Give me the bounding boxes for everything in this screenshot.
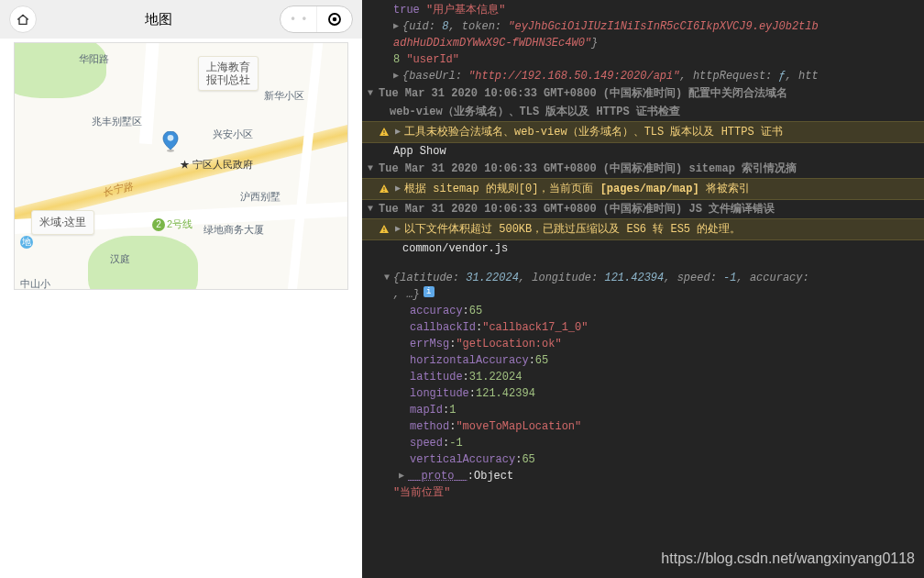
log-line: true "用户基本信息"	[362, 2, 924, 18]
svg-rect-4	[384, 130, 385, 133]
log-line: 8 "userId"	[362, 51, 924, 68]
svg-rect-6	[384, 187, 385, 190]
svg-rect-9	[384, 231, 385, 232]
poi-label-edu: 上海教育 报刊总社	[198, 56, 258, 91]
console-warning: ▶工具未校验合法域名、web-view（业务域名）、TLS 版本以及 HTTPS…	[362, 121, 924, 143]
poi-huayang: 华阳路	[79, 52, 109, 66]
log-line: App Show	[362, 143, 924, 160]
capsule-button: • •	[280, 6, 353, 33]
log-object-cont: , …}i	[362, 286, 924, 303]
warning-icon	[379, 224, 390, 235]
watermark: https://blog.csdn.net/wangxinyang0118	[661, 550, 915, 567]
poi-haixi: 沪西别墅	[240, 190, 280, 204]
console-warning: ▶ 根据 sitemap 的规则[0]，当前页面 [pages/map/map]…	[362, 178, 924, 200]
warning-icon	[379, 183, 390, 195]
console-group[interactable]: ▼Tue Mar 31 2020 10:06:33 GMT+0800 (中国标准…	[362, 200, 924, 218]
expand-icon[interactable]: ▶	[393, 68, 402, 84]
menu-button[interactable]: • •	[280, 6, 317, 32]
obj-prop: horizontalAccuracy: 65	[362, 352, 924, 369]
poi-zhaofeng: 兆丰别墅区	[92, 115, 142, 128]
expand-icon[interactable]: ▼	[384, 270, 393, 286]
poi-hanting: 汉庭	[110, 252, 130, 266]
console-group-cont: web-view（业务域名）、TLS 版本以及 HTTPS 证书检查	[362, 103, 924, 121]
obj-prop: callbackId: "callback17_1_0"	[362, 319, 924, 336]
svg-point-1	[333, 17, 337, 22]
console-panel[interactable]: true "用户基本信息" ▶ {uid: 8, token: "eyJhbGc…	[362, 0, 924, 578]
poi-metro-icon: 地	[20, 236, 35, 249]
obj-prop: latitude: 31.22024	[362, 369, 924, 385]
console-group[interactable]: ▼Tue Mar 31 2020 10:06:33 GMT+0800 (中国标准…	[362, 84, 924, 103]
obj-prop: accuracy: 65	[362, 303, 924, 319]
obj-prop: method: "moveToMapLocation"	[362, 418, 924, 435]
location-pin	[160, 131, 182, 153]
metro-label: 22号线	[152, 217, 192, 231]
home-icon	[16, 12, 30, 27]
target-icon	[326, 11, 343, 28]
info-icon[interactable]: i	[424, 286, 434, 297]
obj-prop: longitude: 121.42394	[362, 385, 924, 402]
poi-gov: ★ 宁区人民政府	[180, 158, 253, 172]
svg-rect-7	[384, 191, 385, 192]
poi-xingan: 兴安小区	[213, 128, 253, 141]
log-line: "当前位置"	[362, 484, 924, 501]
console-group[interactable]: ▼Tue Mar 31 2020 10:06:33 GMT+0800 (中国标准…	[362, 160, 924, 178]
svg-rect-5	[384, 134, 385, 135]
expand-icon[interactable]: ▶	[393, 18, 402, 35]
log-line: ▶ {uid: 8, token: "eyJhbGciOiJIUzI1NiIsI…	[362, 18, 924, 35]
svg-point-3	[168, 135, 174, 141]
log-line: ▶ {baseUrl: "http://192.168.50.149:2020/…	[362, 68, 924, 84]
home-button[interactable]	[9, 6, 37, 33]
console-warning: ▶以下文件体积超过 500KB，已跳过压缩以及 ES6 转 ES5 的处理。	[362, 218, 924, 240]
obj-prop: errMsg: "getLocation:ok"	[362, 336, 924, 352]
obj-prop: speed: -1	[362, 435, 924, 451]
poi-xinhua: 新华小区	[264, 89, 304, 103]
poi-shangwu: 绿地商务大厦	[204, 223, 264, 237]
page-title: 地图	[145, 11, 172, 28]
sim-header: 地图 • •	[0, 0, 362, 39]
dots-icon: • •	[290, 13, 307, 26]
map-view[interactable]: 华阳路 上海教育 报刊总社 新华小区 兆丰别墅区 兴安小区 ★ 宁区人民政府 长…	[14, 42, 348, 290]
close-button[interactable]	[317, 6, 353, 32]
poi-miyu: 米域·这里	[31, 210, 94, 235]
obj-prop: verticalAccuracy: 65	[362, 451, 924, 468]
warning-icon	[379, 127, 390, 138]
obj-prop: mapId: 1	[362, 402, 924, 418]
log-line: common/vendor.js	[362, 240, 924, 257]
log-line: adhHuDDixmDYWwX9C-fWDHN3Ec4W0"}	[362, 35, 924, 51]
log-object[interactable]: ▼ {latitude: 31.22024, longitude: 121.42…	[362, 270, 924, 286]
simulator-panel: 地图 • • 华阳路 上海教育 报刊总社 新华小区 兆丰别墅区 兴安小区 ★ 宁…	[0, 0, 362, 578]
svg-rect-8	[384, 228, 385, 230]
poi-zhongshan: 中山小	[20, 277, 50, 290]
obj-prop[interactable]: ▶__proto__: Object	[362, 468, 924, 484]
